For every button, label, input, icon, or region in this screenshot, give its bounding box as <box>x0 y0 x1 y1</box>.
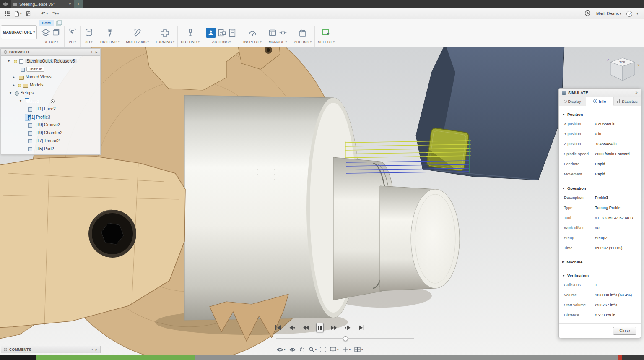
expander-icon[interactable] <box>10 91 11 95</box>
file-menu-button[interactable]: ▾ <box>13 10 23 18</box>
tree-item-setups[interactable]: Setups <box>1 90 100 97</box>
setup-menu[interactable]: SETUP <box>44 40 58 44</box>
tree-item-op-thread2[interactable]: [T7] Thread2 <box>1 138 100 145</box>
setup-sheet-icon[interactable] <box>228 28 237 38</box>
ribbon-group-manage[interactable]: MANAGE <box>265 26 291 47</box>
3d-menu[interactable]: 3D <box>86 40 93 44</box>
new-setup-icon[interactable] <box>41 28 51 38</box>
close-button[interactable]: Close <box>613 327 636 335</box>
inspect-menu[interactable]: INSPECT <box>243 40 262 44</box>
expander-icon[interactable] <box>13 83 15 87</box>
skip-to-start-button[interactable] <box>274 323 282 332</box>
visibility-bulb-icon[interactable] <box>14 60 17 63</box>
ribbon-group-2d[interactable]: 2D <box>65 26 81 47</box>
display-settings-icon[interactable]: ▾ <box>330 347 339 352</box>
look-at-tool-icon[interactable] <box>289 347 296 352</box>
tab-cam[interactable]: CAM <box>39 20 54 26</box>
inspect-icon[interactable] <box>247 28 257 38</box>
expander-icon[interactable] <box>8 59 10 63</box>
redo-button[interactable]: ↷▾ <box>51 10 60 18</box>
close-tab-icon[interactable]: × <box>69 2 71 7</box>
tree-item-op-part2[interactable]: [T5] Part2 <box>1 146 100 153</box>
fit-view-icon[interactable] <box>320 347 326 352</box>
setup-folder-icon[interactable] <box>52 28 61 38</box>
drill-icon[interactable] <box>105 28 114 38</box>
simulate-active-icon[interactable] <box>206 28 216 38</box>
addins-menu[interactable]: ADD-INS <box>294 40 312 44</box>
select-menu[interactable]: SELECT <box>318 40 335 44</box>
viewcube[interactable]: Z Y TOP <box>605 53 641 89</box>
skip-to-end-button[interactable] <box>358 323 366 332</box>
pan-tool-icon[interactable] <box>299 347 305 352</box>
orbit-tool-icon[interactable]: ▾ <box>277 347 286 353</box>
active-setup-radio[interactable] <box>51 99 55 103</box>
addins-icon[interactable] <box>298 28 308 38</box>
panel-detach-icon[interactable]: » <box>635 90 638 95</box>
document-tab[interactable]: Steering...ease v5* × <box>11 0 74 8</box>
ribbon-group-setup[interactable]: SETUP <box>38 26 65 47</box>
viewport-layout-icon[interactable]: ▾ <box>354 347 363 352</box>
next-operation-button[interactable] <box>344 323 352 332</box>
play-forward-button[interactable] <box>330 323 338 332</box>
browser-pages-icon[interactable] <box>56 20 63 26</box>
tree-item-units[interactable]: Units: in <box>1 66 100 73</box>
user-account-menu[interactable]: Marti Deans ▾ <box>595 10 622 17</box>
tree-item-root[interactable]: SteeringQuick Release v5 <box>1 58 100 65</box>
job-status-clock-icon[interactable] <box>584 10 591 17</box>
manage-menu[interactable]: MANAGE <box>269 40 287 44</box>
ribbon-group-cutting[interactable]: CUTTING <box>178 26 203 47</box>
comments-panel-header[interactable]: COMMENTS ⁘ ▸ <box>1 346 100 353</box>
tree-item-op-face2[interactable]: [T1] Face2 <box>1 106 100 113</box>
panel-options-icon[interactable]: ⁘ <box>90 50 93 54</box>
turning-menu[interactable]: TURNING <box>155 40 174 44</box>
play-backward-button[interactable] <box>302 323 310 332</box>
tab-statistics[interactable]: Statistics <box>614 97 641 106</box>
tab-info[interactable]: i Info <box>586 97 613 106</box>
simulate-panel-header[interactable]: SIMULATE » <box>559 89 641 97</box>
ribbon-group-addins[interactable]: ADD-INS <box>291 26 315 47</box>
browser-panel-header[interactable]: BROWSER ⁘ ▸ <box>1 49 100 56</box>
grid-settings-icon[interactable]: ▾ <box>343 347 351 352</box>
multiaxis-icon[interactable] <box>132 28 143 38</box>
tree-item-op-profile3[interactable]: [T1] Profile3 <box>1 114 100 121</box>
section-verification[interactable]: ▼ Verification <box>559 271 641 279</box>
tree-item-op-groove2[interactable]: [T9] Groove2 <box>1 122 100 129</box>
profile3-selected-item[interactable]: [T1] Profile3 <box>25 114 31 121</box>
turning-icon[interactable] <box>160 28 170 38</box>
cutting-menu[interactable]: CUTTING <box>181 40 200 44</box>
ribbon-group-multiaxis[interactable]: MULTI-AXIS <box>123 26 153 47</box>
tree-item-op-chamfer2[interactable]: [T9] Chamfer2 <box>1 130 100 137</box>
zoom-tool-icon[interactable]: ▾ <box>309 347 317 352</box>
2d-pocket-icon[interactable] <box>68 28 78 38</box>
panel-collapse-icon[interactable]: ▸ <box>96 50 98 54</box>
new-tab-button[interactable]: + <box>74 0 83 8</box>
ribbon-group-select[interactable]: SELECT <box>315 26 338 47</box>
workspace-switcher[interactable]: MANUFACTURE ▾ <box>1 25 37 39</box>
ribbon-group-turning[interactable]: TURNING <box>152 26 178 47</box>
ribbon-group-actions[interactable]: ACTIONS <box>203 26 240 47</box>
tree-item-named-views[interactable]: Named Views <box>1 74 100 81</box>
previous-operation-button[interactable] <box>288 323 296 332</box>
app-grid-icon[interactable] <box>3 10 11 17</box>
visibility-bulb-icon[interactable] <box>18 84 21 87</box>
2d-menu[interactable]: 2D <box>69 40 76 44</box>
simulation-timeline-strip[interactable] <box>0 355 644 360</box>
save-button[interactable] <box>25 10 33 17</box>
simulation-progress-slider[interactable] <box>276 336 414 342</box>
ribbon-group-inspect[interactable]: INSPECT <box>240 26 265 47</box>
help-icon[interactable]: ? <box>626 11 632 17</box>
multiaxis-menu[interactable]: MULTI-AXIS <box>126 40 149 44</box>
setup2-selected-item[interactable]: Setup2 <box>25 98 29 99</box>
panel-options-icon[interactable]: ⁘ <box>90 348 93 352</box>
select-icon[interactable] <box>321 28 331 38</box>
tree-item-setup2[interactable]: Setup2 <box>1 98 100 105</box>
ribbon-group-drilling[interactable]: DRILLING <box>97 26 123 47</box>
expander-icon[interactable] <box>13 75 15 79</box>
ribbon-group-3d[interactable]: 3D <box>81 26 97 47</box>
section-machine[interactable]: ▶ Machine <box>559 258 641 266</box>
cutting-icon[interactable] <box>186 28 195 38</box>
drilling-menu[interactable]: DRILLING <box>100 40 120 44</box>
pause-button[interactable] <box>316 323 324 332</box>
section-operation[interactable]: ▼ Operation <box>559 184 641 192</box>
section-position[interactable]: ▼ Position <box>559 110 641 118</box>
